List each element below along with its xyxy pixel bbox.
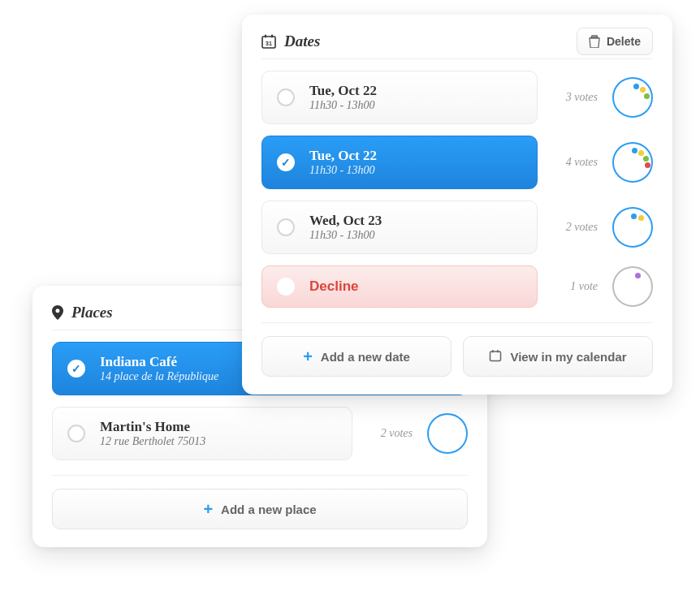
decline-label: Decline [309,278,358,295]
place-option-text: Indiana Café 14 place de la République [100,354,218,383]
date-option-text: Tue, Oct 22 11h30 - 13h00 [309,148,377,177]
date-label: Tue, Oct 22 [309,148,377,164]
places-footer: + Add a new place [52,475,468,529]
date-label: Tue, Oct 22 [309,83,377,99]
radio-icon [67,425,85,442]
place-option-row: Martin's Home 12 rue Bertholet 75013 2 v… [52,407,468,460]
voter-circle [612,266,653,307]
dates-title: Dates [284,32,320,50]
date-option-3[interactable]: Wed, Oct 23 11h30 - 13h00 [261,201,538,254]
place-address: 12 rue Bertholet 75013 [100,435,205,448]
calendar-icon: 31 [261,34,276,49]
add-place-label: Add a new place [221,503,317,516]
delete-button[interactable]: Delete [577,28,653,55]
calendar-small-icon [489,349,502,365]
svg-rect-6 [497,350,499,353]
dates-panel: 31 Dates Delete Tue, Oct 22 11h30 - 13h0… [242,15,672,395]
place-name: Indiana Café [100,354,218,370]
plus-icon: + [203,501,213,517]
date-label: Wed, Oct 23 [309,213,382,229]
voter-circle [427,413,468,454]
svg-text:31: 31 [266,41,272,46]
svg-rect-2 [271,35,273,38]
radio-selected-icon [67,360,85,378]
svg-rect-1 [265,35,266,38]
view-calendar-label: View in my calendar [510,350,626,364]
add-place-button[interactable]: + Add a new place [52,489,468,529]
delete-label: Delete [607,35,641,48]
svg-rect-5 [492,350,494,353]
place-option-text: Martin's Home 12 rue Bertholet 75013 [100,419,205,448]
radio-icon [277,278,295,296]
date-option-2[interactable]: Tue, Oct 22 11h30 - 13h00 [261,136,538,189]
plus-icon: + [303,348,313,365]
date-option-row: Decline 1 vote [261,265,653,308]
date-vote-count: 2 votes [552,221,598,234]
place-vote-count: 2 votes [367,427,413,440]
date-vote-count: 3 votes [552,91,598,104]
view-calendar-button[interactable]: View in my calendar [463,336,653,377]
add-date-label: Add a new date [321,350,410,364]
voter-circle [612,77,653,118]
place-option-martin[interactable]: Martin's Home 12 rue Bertholet 75013 [52,407,352,460]
place-name: Martin's Home [100,419,205,435]
date-time: 11h30 - 13h00 [309,229,382,242]
pin-icon [52,305,63,320]
places-title: Places [71,304,113,321]
voter-circle [612,207,653,248]
date-time: 11h30 - 13h00 [309,99,377,112]
date-option-text: Tue, Oct 22 11h30 - 13h00 [309,83,377,112]
date-option-row: Wed, Oct 23 11h30 - 13h00 2 votes [261,201,653,254]
date-vote-count: 4 votes [552,156,598,169]
svg-rect-4 [490,352,501,361]
date-option-row: Tue, Oct 22 11h30 - 13h00 4 votes [261,136,653,189]
date-option-text: Decline [309,278,358,295]
date-option-decline[interactable]: Decline [261,265,538,308]
date-vote-count: 1 vote [552,280,598,293]
dates-footer: + Add a new date View in my calendar [261,322,653,377]
radio-selected-icon [277,153,295,171]
dates-header: 31 Dates Delete [261,32,653,59]
add-date-button[interactable]: + Add a new date [261,336,452,377]
place-address: 14 place de la République [100,370,218,383]
date-option-text: Wed, Oct 23 11h30 - 13h00 [309,213,382,242]
date-option-row: Tue, Oct 22 11h30 - 13h00 3 votes [261,71,653,124]
date-option-1[interactable]: Tue, Oct 22 11h30 - 13h00 [261,71,538,124]
radio-icon [277,88,295,106]
date-time: 11h30 - 13h00 [309,164,377,177]
trash-icon [589,35,600,48]
radio-icon [277,218,295,236]
voter-circle [612,142,653,183]
